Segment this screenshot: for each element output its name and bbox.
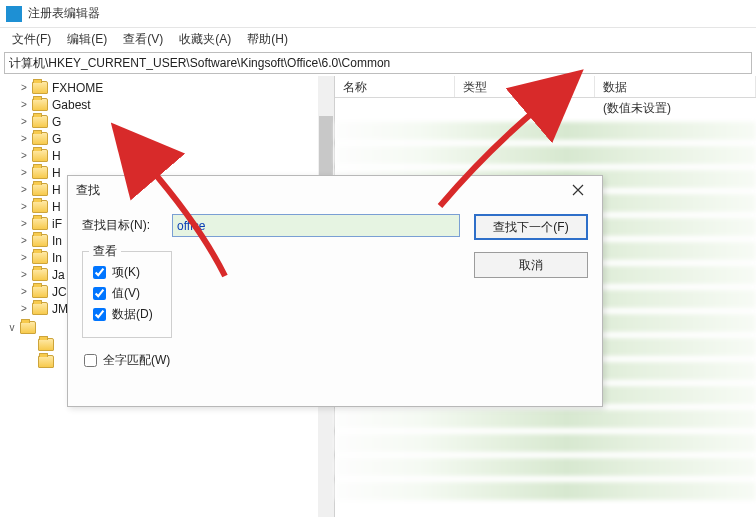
folder-icon — [32, 268, 48, 281]
tree-label: In — [52, 251, 62, 265]
menu-view[interactable]: 查看(V) — [115, 29, 171, 50]
tree-label: H — [52, 183, 61, 197]
tree-item[interactable]: >G — [0, 113, 334, 130]
chevron-down-icon[interactable]: v — [6, 322, 18, 333]
chk-data-box[interactable] — [93, 308, 106, 321]
list-header: 名称 类型 数据 — [335, 76, 756, 98]
tree-label: Gabest — [52, 98, 91, 112]
folder-icon — [38, 355, 54, 368]
folder-icon — [32, 98, 48, 111]
app-icon — [6, 6, 22, 22]
find-input[interactable] — [172, 214, 460, 237]
chk-values-box[interactable] — [93, 287, 106, 300]
folder-icon — [32, 149, 48, 162]
folder-icon — [32, 217, 48, 230]
chk-data[interactable]: 数据(D) — [93, 306, 161, 323]
folder-icon — [32, 81, 48, 94]
folder-icon — [32, 285, 48, 298]
chevron-right-icon[interactable]: > — [18, 116, 30, 127]
tree-label: G — [52, 115, 61, 129]
menu-file[interactable]: 文件(F) — [4, 29, 59, 50]
chevron-right-icon[interactable]: > — [18, 286, 30, 297]
folder-icon — [38, 338, 54, 351]
folder-icon — [32, 183, 48, 196]
look-at-group: 查看 项(K) 值(V) 数据(D) — [82, 251, 172, 338]
chk-full-match-box[interactable] — [84, 354, 97, 367]
chk-keys[interactable]: 项(K) — [93, 264, 161, 281]
chevron-right-icon[interactable]: > — [18, 235, 30, 246]
col-header-name[interactable]: 名称 — [335, 76, 455, 97]
folder-icon — [20, 321, 36, 334]
tree-label: In — [52, 234, 62, 248]
chk-values[interactable]: 值(V) — [93, 285, 161, 302]
tree-item[interactable]: >G — [0, 130, 334, 147]
find-next-button[interactable]: 查找下一个(F) — [474, 214, 588, 240]
chevron-right-icon[interactable]: > — [18, 184, 30, 195]
folder-icon — [32, 200, 48, 213]
chevron-right-icon[interactable]: > — [18, 167, 30, 178]
tree-label: G — [52, 132, 61, 146]
chevron-right-icon[interactable]: > — [18, 269, 30, 280]
dialog-body: 查找目标(N): 查看 项(K) 值(V) 数据(D) 全字匹配(W) 查找下一… — [68, 204, 602, 383]
chevron-right-icon[interactable]: > — [18, 201, 30, 212]
chevron-right-icon[interactable]: > — [18, 133, 30, 144]
col-header-data[interactable]: 数据 — [595, 76, 756, 97]
menu-help[interactable]: 帮助(H) — [239, 29, 296, 50]
cell-name — [343, 100, 463, 117]
chk-full-match[interactable]: 全字匹配(W) — [84, 352, 460, 369]
folder-icon — [32, 132, 48, 145]
menubar: 文件(F) 编辑(E) 查看(V) 收藏夹(A) 帮助(H) — [0, 28, 756, 50]
chevron-right-icon[interactable]: > — [18, 218, 30, 229]
chevron-right-icon[interactable]: > — [18, 99, 30, 110]
chevron-right-icon[interactable]: > — [18, 303, 30, 314]
chevron-right-icon[interactable]: > — [18, 82, 30, 93]
tree-label: FXHOME — [52, 81, 103, 95]
content-area: >FXHOME >Gabest >G >G >H >H >H >H >iF >I… — [0, 76, 756, 517]
tree-item[interactable]: >H — [0, 147, 334, 164]
tree-label: JC — [52, 285, 67, 299]
cell-data: (数值未设置) — [603, 100, 748, 117]
folder-icon — [32, 302, 48, 315]
tree-label: H — [52, 149, 61, 163]
address-bar[interactable]: 计算机\HKEY_CURRENT_USER\Software\Kingsoft\… — [4, 52, 752, 74]
chevron-right-icon[interactable]: > — [18, 252, 30, 263]
chk-keys-box[interactable] — [93, 266, 106, 279]
find-target-label: 查找目标(N): — [82, 217, 172, 234]
cell-type — [463, 100, 603, 117]
tree-label: Ja — [52, 268, 65, 282]
folder-icon — [32, 251, 48, 264]
dialog-title: 查找 — [76, 182, 100, 199]
close-icon — [572, 184, 584, 196]
col-header-type[interactable]: 类型 — [455, 76, 595, 97]
group-title: 查看 — [89, 243, 121, 260]
titlebar: 注册表编辑器 — [0, 0, 756, 28]
tree-label: H — [52, 200, 61, 214]
chevron-right-icon[interactable]: > — [18, 150, 30, 161]
tree-item[interactable]: >Gabest — [0, 96, 334, 113]
close-button[interactable] — [562, 179, 594, 201]
dialog-titlebar[interactable]: 查找 — [68, 176, 602, 204]
folder-icon — [32, 166, 48, 179]
tree-item[interactable]: >FXHOME — [0, 79, 334, 96]
menu-edit[interactable]: 编辑(E) — [59, 29, 115, 50]
window-title: 注册表编辑器 — [28, 5, 100, 22]
folder-icon — [32, 234, 48, 247]
folder-icon — [32, 115, 48, 128]
list-row[interactable]: (数值未设置) — [335, 98, 756, 119]
menu-favorites[interactable]: 收藏夹(A) — [171, 29, 239, 50]
find-dialog: 查找 查找目标(N): 查看 项(K) 值(V) 数据(D) 全字匹配(W) — [67, 175, 603, 407]
address-text: 计算机\HKEY_CURRENT_USER\Software\Kingsoft\… — [9, 55, 390, 72]
cancel-button[interactable]: 取消 — [474, 252, 588, 278]
tree-label: H — [52, 166, 61, 180]
tree-label: iF — [52, 217, 62, 231]
